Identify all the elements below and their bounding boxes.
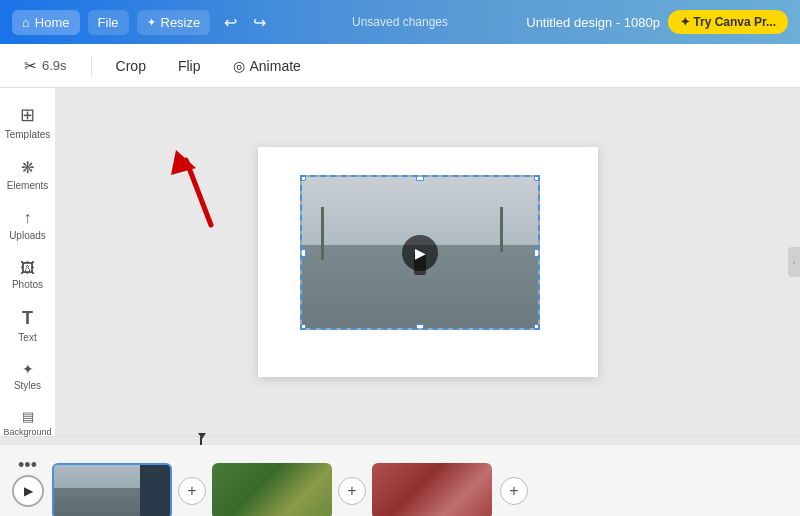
undo-redo-group: ↩ ↪ bbox=[218, 9, 272, 36]
handle-mid-left[interactable] bbox=[300, 249, 306, 257]
home-button[interactable]: ⌂ Home bbox=[12, 10, 80, 35]
clip-3[interactable] bbox=[372, 463, 492, 517]
sidebar-elements-label: Elements bbox=[7, 180, 49, 191]
background-icon: ▤ bbox=[22, 409, 34, 424]
clip-dark-section bbox=[140, 465, 170, 517]
try-canva-button[interactable]: ✦ Try Canva Pr... bbox=[668, 10, 788, 34]
toolbar-divider-1 bbox=[91, 56, 92, 76]
timeline-scrubber[interactable] bbox=[0, 437, 800, 445]
handle-top-right[interactable] bbox=[534, 175, 540, 181]
arrow-annotation bbox=[156, 140, 236, 234]
main-layout: ⊞ Templates ❋ Elements ↑ Uploads 🖼 Photo… bbox=[0, 88, 800, 436]
animate-label: Animate bbox=[250, 58, 301, 74]
svg-marker-1 bbox=[171, 150, 196, 175]
sidebar-item-uploads[interactable]: ↑ Uploads bbox=[3, 201, 53, 249]
scissors-icon: ✂ 6.9s bbox=[16, 52, 75, 80]
duration-label: 6.9s bbox=[42, 58, 67, 73]
add-clip-end-button[interactable]: + bbox=[500, 477, 528, 505]
undo-button[interactable]: ↩ bbox=[218, 9, 243, 36]
canvas-area: ▶ ↻ ↻ ‹ bbox=[56, 88, 800, 436]
file-label: File bbox=[98, 15, 119, 30]
file-button[interactable]: File bbox=[88, 10, 129, 35]
sidebar-uploads-label: Uploads bbox=[9, 230, 46, 241]
crop-label: Crop bbox=[116, 58, 146, 74]
sidebar-item-templates[interactable]: ⊞ Templates bbox=[3, 96, 53, 148]
redo-button[interactable]: ↪ bbox=[247, 9, 272, 36]
clip-main[interactable] bbox=[52, 463, 172, 517]
flip-label: Flip bbox=[178, 58, 201, 74]
text-icon: T bbox=[22, 308, 33, 329]
sidebar-templates-label: Templates bbox=[5, 129, 51, 140]
home-icon: ⌂ bbox=[22, 15, 30, 30]
resize-button[interactable]: ✦ Resize bbox=[137, 10, 211, 35]
animate-icon: ◎ bbox=[233, 58, 245, 74]
add-clip-between-1-2[interactable]: + bbox=[178, 477, 206, 505]
styles-icon: ✦ bbox=[22, 361, 34, 377]
video-clip[interactable]: ▶ ↻ ↻ bbox=[300, 175, 540, 330]
sidebar-photos-label: Photos bbox=[12, 279, 43, 290]
collapse-handle[interactable]: ‹ bbox=[788, 247, 800, 277]
add-clip-between-2-3[interactable]: + bbox=[338, 477, 366, 505]
crop-button[interactable]: Crop bbox=[108, 53, 154, 79]
resize-icon: ✦ bbox=[147, 16, 156, 29]
photos-icon: 🖼 bbox=[20, 259, 35, 276]
templates-icon: ⊞ bbox=[20, 104, 35, 126]
svg-line-0 bbox=[186, 160, 211, 225]
sidebar-item-photos[interactable]: 🖼 Photos bbox=[3, 251, 53, 298]
play-button[interactable]: ▶ bbox=[12, 475, 44, 507]
home-label: Home bbox=[35, 15, 70, 30]
try-canva-label: ✦ Try Canva Pr... bbox=[680, 15, 776, 29]
elements-icon: ❋ bbox=[21, 158, 34, 177]
handle-bottom-right[interactable] bbox=[534, 324, 540, 330]
timeline-content: ▶ + + + bbox=[0, 445, 800, 516]
sidebar-item-text[interactable]: T Text bbox=[3, 300, 53, 351]
toolbar: ✂ 6.9s Crop Flip ◎ Animate bbox=[0, 44, 800, 88]
video-play-overlay[interactable]: ▶ bbox=[402, 235, 438, 271]
sidebar-item-styles[interactable]: ✦ Styles bbox=[3, 353, 53, 399]
timeline-area: ▶ + + + bbox=[0, 436, 800, 516]
handle-bottom-left[interactable] bbox=[300, 324, 306, 330]
handle-bottom-mid[interactable] bbox=[416, 324, 424, 330]
sidebar-styles-label: Styles bbox=[14, 380, 41, 391]
unsaved-label: Unsaved changes bbox=[352, 15, 448, 29]
handle-mid-right[interactable] bbox=[534, 249, 540, 257]
design-title: Untitled design - 1080p bbox=[526, 15, 660, 30]
uploads-icon: ↑ bbox=[24, 209, 32, 227]
handle-top-mid[interactable] bbox=[416, 175, 424, 181]
top-nav: ⌂ Home File ✦ Resize ↩ ↪ Unsaved changes… bbox=[0, 0, 800, 44]
sidebar-text-label: Text bbox=[18, 332, 36, 343]
tree-right bbox=[500, 207, 503, 252]
tree-left bbox=[321, 207, 324, 260]
sidebar-background-label: Background bbox=[3, 427, 51, 437]
handle-top-left[interactable] bbox=[300, 175, 306, 181]
sidebar: ⊞ Templates ❋ Elements ↑ Uploads 🖼 Photo… bbox=[0, 88, 56, 436]
clip-strip: + + bbox=[52, 463, 492, 517]
clip-2[interactable] bbox=[212, 463, 332, 517]
scrubber-marker bbox=[200, 437, 202, 445]
canvas-page: ▶ ↻ ↻ bbox=[258, 147, 598, 377]
animate-button[interactable]: ◎ Animate bbox=[225, 53, 309, 79]
resize-label: Resize bbox=[161, 15, 201, 30]
flip-button[interactable]: Flip bbox=[170, 53, 209, 79]
sidebar-item-elements[interactable]: ❋ Elements bbox=[3, 150, 53, 199]
